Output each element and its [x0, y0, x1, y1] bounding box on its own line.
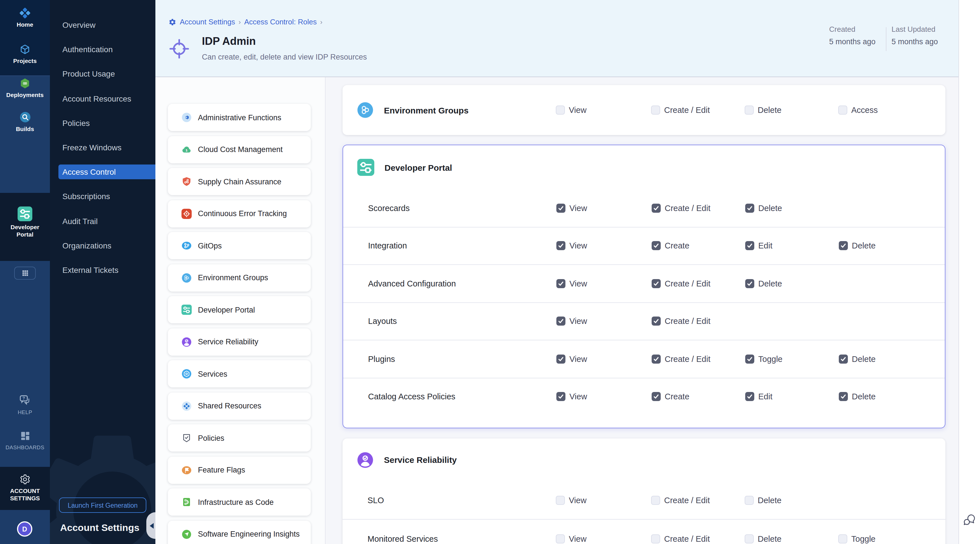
checkbox-view[interactable]	[556, 317, 565, 326]
shared-icon	[181, 401, 192, 411]
checkbox-create[interactable]	[652, 241, 661, 250]
checkbox-edit[interactable]	[745, 241, 754, 250]
checkbox-delete[interactable]	[745, 279, 754, 288]
checkbox-view[interactable]	[556, 204, 565, 213]
nav-devportal-label-1: Developer	[0, 224, 50, 231]
nav-account-settings[interactable]: ACCOUNT SETTINGS	[0, 474, 50, 502]
checkbox-view[interactable]	[556, 105, 565, 115]
meta-divider	[886, 27, 886, 51]
nav-account-label-2: SETTINGS	[0, 495, 50, 502]
nav-builds[interactable]: Builds	[0, 111, 50, 133]
nav-deployments[interactable]: ∞ Deployments	[0, 78, 50, 99]
sidebar-item-external-tickets[interactable]: External Tickets	[50, 262, 155, 277]
permission-row-advanced-configuration: Advanced ConfigurationViewCreate / EditD…	[343, 264, 945, 302]
resource-card-gitops[interactable]: GitOps	[168, 232, 311, 259]
resource-card-shared-resources[interactable]: Shared Resources	[168, 392, 311, 420]
sidebar-item-organizations[interactable]: Organizations	[50, 238, 155, 253]
checkbox-delete[interactable]	[745, 534, 754, 543]
permission-row-label: Advanced Configuration	[368, 279, 456, 288]
checkbox-delete[interactable]	[839, 241, 848, 250]
srm-section-icon	[357, 451, 374, 468]
resource-card-feature-flags[interactable]: Feature Flags	[168, 457, 311, 484]
checkbox-view[interactable]	[556, 241, 565, 250]
breadcrumb-separator-2: ›	[320, 18, 322, 26]
breadcrumb-access-control-roles[interactable]: Access Control: Roles	[244, 17, 317, 26]
resource-card-developer-portal[interactable]: Developer Portal	[168, 296, 311, 323]
nav-developer-portal[interactable]: Developer Portal	[0, 207, 50, 238]
module-picker-button[interactable]	[14, 267, 36, 280]
services-icon	[181, 369, 192, 379]
resource-card-policies[interactable]: Policies	[168, 424, 311, 452]
checkbox-create-edit[interactable]	[651, 105, 660, 115]
nav-projects[interactable]: Projects	[0, 44, 50, 65]
resource-card-supply-chain-assurance[interactable]: Supply Chain Assurance	[168, 168, 311, 195]
nav-projects-label: Projects	[0, 57, 50, 65]
checkbox-view[interactable]	[556, 279, 565, 288]
sidebar-item-authentication[interactable]: Authentication	[50, 42, 155, 57]
checkbox-create-edit[interactable]	[652, 355, 661, 364]
nav-deployments-label: Deployments	[0, 91, 50, 99]
resource-card-administrative-functions[interactable]: Administrative Functions	[168, 104, 311, 131]
checkbox-label: View	[570, 317, 587, 326]
feedback-chat-icon[interactable]	[963, 513, 977, 527]
nav-help[interactable]: ? HELP	[0, 394, 50, 416]
checkbox-create-edit[interactable]	[652, 204, 661, 213]
resource-card-cloud-cost-management[interactable]: $Cloud Cost Management	[168, 136, 311, 163]
sidebar-item-policies[interactable]: Policies	[50, 116, 155, 130]
permission-row-label: Catalog Access Policies	[368, 392, 455, 401]
resource-card-continuous-error-tracking[interactable]: Continuous Error Tracking	[168, 200, 311, 227]
resource-card-service-reliability[interactable]: Service Reliability	[168, 328, 311, 355]
sidebar-item-product-usage[interactable]: Product Usage	[50, 67, 155, 81]
permission-row-monitored-services: Monitored ServicesViewCreate / EditDelet…	[342, 519, 945, 544]
launch-first-generation-button[interactable]: Launch First Generation	[59, 498, 146, 513]
checkbox-label: Toggle	[851, 534, 875, 543]
checkbox-view[interactable]	[556, 355, 565, 364]
checkbox-label: Edit	[758, 392, 772, 401]
resource-card-services[interactable]: Services	[168, 360, 311, 387]
checkbox-delete[interactable]	[839, 355, 848, 364]
user-avatar[interactable]: D	[17, 521, 32, 537]
checkbox-create-edit[interactable]	[651, 496, 660, 504]
sidebar-item-account-resources[interactable]: Account Resources	[50, 91, 155, 106]
sidebar-item-freeze-windows[interactable]: Freeze Windows	[50, 140, 155, 155]
checkbox-edit[interactable]	[745, 392, 754, 401]
checkbox-view[interactable]	[556, 534, 565, 543]
checkbox-view[interactable]	[556, 496, 565, 504]
checkbox-label: Access	[851, 105, 878, 115]
checkbox-create-edit[interactable]	[652, 317, 661, 326]
sidebar-collapse-button[interactable]	[146, 512, 155, 539]
builds-icon	[19, 111, 31, 123]
checkbox-label: Create / Edit	[665, 204, 710, 213]
checkbox-access[interactable]	[838, 105, 847, 115]
checkbox-create[interactable]	[652, 392, 661, 401]
nav-dashboards-label: DASHBOARDS	[0, 444, 50, 451]
checkbox-toggle[interactable]	[745, 355, 754, 364]
sidebar-item-subscriptions[interactable]: Subscriptions	[50, 189, 155, 204]
checkbox-view[interactable]	[556, 392, 565, 401]
checkbox-delete[interactable]	[745, 496, 754, 504]
checkbox-delete[interactable]	[745, 204, 754, 213]
checkbox-create-edit[interactable]	[651, 534, 660, 543]
policies-icon	[181, 433, 192, 443]
resource-card-software-engineering-insights[interactable]: Software Engineering Insights	[168, 520, 311, 544]
checkbox-delete[interactable]	[745, 105, 754, 115]
checkbox-toggle[interactable]	[838, 534, 847, 543]
sidebar-item-access-control[interactable]: Access Control	[59, 164, 155, 179]
checkbox-label: Create / Edit	[664, 496, 710, 504]
checkbox-create-edit[interactable]	[652, 279, 661, 288]
checkbox-label: View	[570, 204, 587, 213]
nav-devportal-label-2: Portal	[0, 231, 50, 238]
nav-home[interactable]: Home	[0, 7, 50, 29]
deployments-icon: ∞	[19, 78, 30, 89]
resource-card-infrastructure-as-code[interactable]: Infrastructure as Code	[168, 488, 311, 515]
breadcrumb-account-settings[interactable]: Account Settings	[180, 17, 235, 26]
nav-dashboards[interactable]: DASHBOARDS	[0, 431, 50, 451]
section-title: Developer Portal	[385, 162, 452, 172]
checkbox-label: Delete	[852, 355, 876, 364]
permission-row-catalog-access-policies: Catalog Access PoliciesViewCreateEditDel…	[343, 377, 945, 415]
resource-card-environment-groups[interactable]: Environment Groups	[168, 264, 311, 291]
sidebar-item-overview[interactable]: Overview	[50, 17, 155, 32]
sidebar-item-audit-trail[interactable]: Audit Trail	[50, 213, 155, 228]
checkbox-label: View	[569, 496, 586, 504]
checkbox-delete[interactable]	[839, 392, 848, 401]
